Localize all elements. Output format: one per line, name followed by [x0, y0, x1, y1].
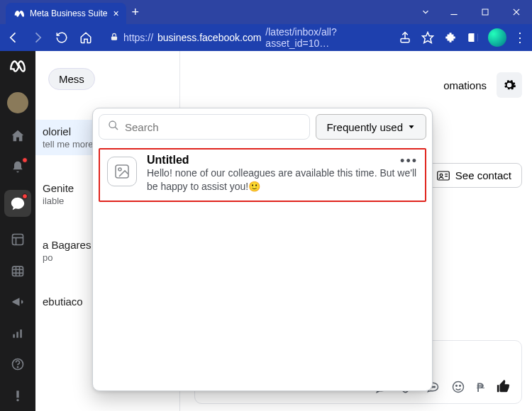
new-tab-button[interactable]: +	[132, 5, 140, 20]
tab-dropdown-icon[interactable]	[413, 0, 438, 24]
saved-replies-popover: Frequently used ••• Untitled Hello! none…	[92, 108, 433, 391]
tab-title: Meta Business Suite	[30, 9, 107, 18]
svg-point-21	[18, 367, 18, 368]
svg-rect-38	[116, 165, 128, 178]
svg-point-39	[118, 168, 121, 171]
result-description: Hello! none of our colleagues are availa…	[147, 167, 418, 193]
window-controls	[413, 0, 532, 24]
svg-point-25	[440, 174, 443, 176]
browser-menu-icon[interactable]: ⋮	[514, 30, 526, 45]
svg-point-32	[453, 381, 464, 392]
see-contact-button[interactable]: See contact	[426, 163, 522, 188]
svg-rect-18	[16, 332, 18, 337]
address-bar: https://business.facebook.com/latest/inb…	[0, 24, 532, 51]
insights-icon[interactable]	[9, 325, 26, 342]
settings-gear-icon[interactable]	[497, 72, 522, 98]
caret-down-icon	[407, 123, 416, 131]
result-title: Untitled	[147, 154, 418, 167]
url-path: /latest/inbox/all?asset_id=10…	[265, 26, 382, 49]
help-icon[interactable]	[9, 356, 26, 373]
svg-rect-4	[111, 36, 117, 40]
browser-titlebar: Meta Business Suite × +	[0, 0, 532, 24]
saved-reply-item[interactable]: ••• Untitled Hello! none of our colleagu…	[99, 148, 426, 202]
svg-marker-6	[423, 33, 433, 43]
see-contact-label: See contact	[455, 169, 511, 181]
chat-icon	[9, 195, 26, 212]
bell-icon[interactable]	[9, 159, 26, 176]
search-field[interactable]	[125, 121, 301, 133]
calendar-icon[interactable]	[9, 262, 26, 279]
meta-favicon-icon	[13, 8, 24, 19]
ads-icon[interactable]	[9, 293, 26, 310]
url-prefix: https://	[123, 32, 153, 43]
automations-label[interactable]: omations	[443, 79, 487, 91]
browser-profile-avatar[interactable]	[488, 28, 506, 47]
url-field[interactable]: https://business.facebook.com/latest/inb…	[102, 26, 389, 49]
messenger-chip[interactable]: Mess	[48, 68, 95, 90]
image-placeholder-icon	[107, 157, 137, 186]
window-close-icon[interactable]	[501, 0, 532, 24]
frequently-used-dropdown[interactable]: Frequently used	[316, 114, 426, 140]
flag-icon[interactable]	[9, 387, 26, 404]
like-icon[interactable]	[496, 378, 511, 398]
nav-forward-icon[interactable]	[30, 30, 45, 45]
svg-rect-12	[13, 266, 23, 276]
svg-point-31	[434, 386, 436, 388]
svg-marker-37	[409, 125, 414, 129]
bookmark-star-icon[interactable]	[420, 30, 436, 45]
window-maximize-icon[interactable]	[470, 0, 501, 24]
tab-close-icon[interactable]: ×	[113, 8, 118, 19]
svg-line-36	[115, 127, 118, 130]
meta-logo-icon[interactable]	[9, 57, 27, 78]
sidebar	[0, 51, 35, 411]
freq-label: Frequently used	[326, 121, 403, 133]
side-panel-icon[interactable]	[465, 30, 481, 45]
svg-rect-22	[16, 390, 18, 398]
svg-rect-8	[475, 33, 478, 42]
svg-rect-17	[13, 334, 15, 338]
svg-rect-9	[13, 235, 23, 245]
svg-rect-1	[482, 9, 488, 15]
svg-point-35	[109, 121, 116, 128]
more-options-icon[interactable]: •••	[400, 154, 418, 169]
posts-icon[interactable]	[9, 231, 26, 248]
business-avatar[interactable]	[7, 92, 28, 113]
url-domain: business.facebook.com	[157, 32, 261, 43]
share-icon[interactable]	[397, 30, 413, 45]
nav-home-icon[interactable]	[78, 31, 94, 44]
lock-icon	[109, 32, 119, 44]
emoji-icon[interactable]	[451, 380, 465, 397]
svg-point-34	[460, 385, 461, 386]
currency-icon[interactable]: ₱	[477, 381, 484, 395]
search-input[interactable]	[99, 114, 310, 140]
browser-tab[interactable]: Meta Business Suite ×	[6, 3, 126, 24]
home-icon[interactable]	[9, 128, 26, 145]
nav-back-icon[interactable]	[6, 30, 21, 45]
window-minimize-icon[interactable]	[438, 0, 470, 24]
inbox-nav[interactable]	[4, 190, 31, 217]
svg-point-23	[16, 399, 18, 401]
svg-rect-5	[401, 39, 409, 43]
extensions-icon[interactable]	[443, 30, 458, 45]
nav-reload-icon[interactable]	[54, 31, 70, 44]
search-icon	[108, 120, 119, 134]
contact-card-icon	[437, 171, 450, 181]
svg-rect-19	[20, 330, 22, 338]
svg-point-33	[456, 385, 458, 386]
